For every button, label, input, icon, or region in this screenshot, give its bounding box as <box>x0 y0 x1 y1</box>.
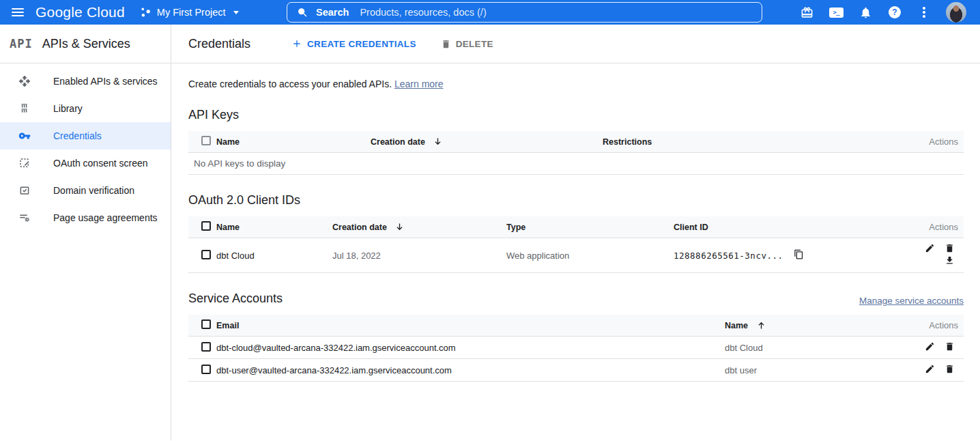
trash-icon <box>945 243 955 253</box>
row-actions <box>916 359 964 382</box>
row-checkbox[interactable] <box>201 250 211 259</box>
list-gear-icon <box>18 212 31 224</box>
more-options-button[interactable] <box>917 4 932 20</box>
sa-name: dbt user <box>719 359 916 382</box>
manage-service-accounts-link[interactable]: Manage service accounts <box>859 296 964 306</box>
column-type[interactable]: Type <box>501 216 668 238</box>
table-row: dbt-user@vaulted-arcana-332422.iam.gserv… <box>188 359 964 382</box>
help-button[interactable]: ? <box>887 4 902 20</box>
account-avatar[interactable] <box>946 2 966 23</box>
bell-icon <box>859 6 872 19</box>
api-keys-heading: API Keys <box>188 108 964 122</box>
product-header: API APIs & Services <box>0 25 171 63</box>
table-header-row: Name Creation date Restrictions Actions <box>188 131 964 153</box>
table-row: dbt Cloud Jul 18, 2022 Web application 1… <box>188 238 964 273</box>
column-client-id[interactable]: Client ID <box>668 216 906 238</box>
sidebar-item-oauth-consent[interactable]: OAuth consent screen <box>0 150 171 177</box>
column-name[interactable]: Name <box>211 131 365 153</box>
google-cloud-logo[interactable]: Google Cloud <box>35 4 125 20</box>
cloud-shell-button[interactable]: >_ <box>828 4 844 20</box>
row-actions <box>906 238 964 273</box>
table-header-row: Name Creation date Type Client ID Action… <box>188 216 964 238</box>
download-icon <box>945 255 955 266</box>
search-icon <box>297 7 308 18</box>
select-all-checkbox[interactable] <box>201 319 211 329</box>
client-date: Jul 18, 2022 <box>327 238 501 273</box>
edit-button[interactable] <box>921 364 938 376</box>
page-toolbar: Credentials CREATE CREDENTIALS DELETE <box>171 25 980 63</box>
column-creation-date[interactable]: Creation date <box>327 216 501 238</box>
service-accounts-table: Email Name Actions dbt-cloud@vaulted-arc… <box>188 315 964 382</box>
sidebar-item-label: Domain verification <box>53 185 134 196</box>
sidebar-item-page-usage[interactable]: Page usage agreements <box>0 204 171 231</box>
notifications-button[interactable] <box>858 4 873 20</box>
top-app-bar: Google Cloud My First Project Search Pro… <box>0 0 980 25</box>
table-row: dbt-cloud@vaulted-arcana-332422.iam.gser… <box>188 337 964 359</box>
sidebar-item-domain-verification[interactable]: Domain verification <box>0 177 171 204</box>
sidebar-item-enabled-apis[interactable]: Enabled APIs & services <box>0 68 171 95</box>
sidebar-nav: Enabled APIs & services Library Credenti… <box>0 63 171 440</box>
trash-icon <box>945 341 955 352</box>
edit-button[interactable] <box>921 341 938 354</box>
edit-button[interactable] <box>921 243 938 255</box>
api-keys-table: Name Creation date Restrictions Actions … <box>188 131 964 175</box>
search-label: Search <box>316 7 349 18</box>
project-icon <box>140 7 152 18</box>
sort-descending-icon <box>433 137 443 147</box>
gift-icon <box>801 6 813 19</box>
checkbox-check-icon <box>18 184 31 197</box>
copy-client-id-button[interactable] <box>790 249 807 261</box>
product-title: APIs & Services <box>42 37 130 51</box>
trash-icon <box>441 39 451 49</box>
delete-row-button[interactable] <box>941 243 958 255</box>
sidebar-item-label: Library <box>53 103 83 114</box>
project-selector[interactable]: My First Project <box>140 7 239 18</box>
select-all-checkbox[interactable] <box>201 136 211 145</box>
sidebar-item-library[interactable]: Library <box>0 95 171 122</box>
sa-email: dbt-cloud@vaulted-arcana-332422.iam.gser… <box>211 337 719 359</box>
row-checkbox[interactable] <box>201 342 211 352</box>
page-header: API APIs & Services Credentials CREATE C… <box>0 25 980 63</box>
pencil-icon <box>925 243 935 253</box>
library-columns-icon <box>18 102 31 115</box>
row-checkbox[interactable] <box>201 365 211 374</box>
column-restrictions[interactable]: Restrictions <box>597 131 916 153</box>
trash-icon <box>945 364 955 374</box>
search-placeholder: Products, resources, docs (/) <box>360 7 486 18</box>
promotions-button[interactable] <box>799 4 814 20</box>
row-actions <box>916 337 964 359</box>
column-name[interactable]: Name <box>719 315 916 337</box>
sort-descending-icon <box>394 222 405 232</box>
client-name: dbt Cloud <box>211 238 327 273</box>
intro-text: Create credentials to access your enable… <box>188 79 964 89</box>
sidebar-item-credentials[interactable]: Credentials <box>0 122 171 150</box>
column-name[interactable]: Name <box>211 216 327 238</box>
sidebar-item-label: Credentials <box>53 130 102 141</box>
sidebar-item-label: Enabled APIs & services <box>53 76 158 87</box>
table-header-row: Email Name Actions <box>188 315 964 337</box>
column-actions: Actions <box>906 216 964 238</box>
column-actions: Actions <box>916 131 964 153</box>
delete-row-button[interactable] <box>941 364 958 376</box>
delete-button[interactable]: DELETE <box>441 39 493 49</box>
terminal-icon: >_ <box>829 8 844 18</box>
pencil-icon <box>925 341 935 352</box>
menu-icon[interactable] <box>0 0 35 25</box>
search-input[interactable]: Search Products, resources, docs (/) <box>287 2 762 23</box>
pencil-icon <box>925 364 935 374</box>
download-button[interactable] <box>941 255 958 268</box>
sa-name: dbt Cloud <box>719 337 916 359</box>
column-creation-date[interactable]: Creation date <box>365 131 597 153</box>
question-mark-icon: ? <box>889 6 901 18</box>
page-title: Credentials <box>188 37 250 51</box>
select-all-checkbox[interactable] <box>201 221 211 231</box>
learn-more-link[interactable]: Learn more <box>394 79 444 89</box>
dashed-square-pencil-icon <box>18 157 31 169</box>
column-email[interactable]: Email <box>211 315 719 337</box>
create-credentials-button[interactable]: CREATE CREDENTIALS <box>291 38 416 49</box>
chevron-down-icon <box>233 11 239 14</box>
plus-icon <box>291 38 302 49</box>
client-type: Web application <box>501 238 668 273</box>
delete-row-button[interactable] <box>941 341 958 354</box>
oauth-heading: OAuth 2.0 Client IDs <box>188 193 964 208</box>
